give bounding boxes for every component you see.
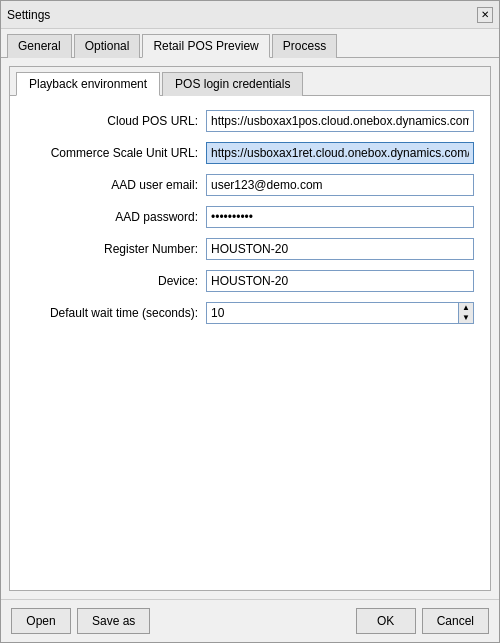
- open-button[interactable]: Open: [11, 608, 71, 634]
- title-bar: Settings ✕: [1, 1, 499, 29]
- tab-general[interactable]: General: [7, 34, 72, 58]
- tab-pos-login-credentials[interactable]: POS login credentials: [162, 72, 303, 96]
- tab-optional[interactable]: Optional: [74, 34, 141, 58]
- close-button[interactable]: ✕: [477, 7, 493, 23]
- register-number-row: Register Number:: [26, 238, 474, 260]
- spinner-down-button[interactable]: ▼: [459, 313, 473, 323]
- commerce-scale-unit-url-label: Commerce Scale Unit URL:: [26, 146, 206, 160]
- footer: Open Save as OK Cancel: [1, 599, 499, 642]
- footer-left: Open Save as: [11, 608, 150, 634]
- settings-window: Settings ✕ General Optional Retail POS P…: [0, 0, 500, 643]
- aad-user-email-label: AAD user email:: [26, 178, 206, 192]
- tab-retail-pos-preview[interactable]: Retail POS Preview: [142, 34, 269, 58]
- spinner-buttons: ▲ ▼: [458, 302, 474, 324]
- commerce-scale-unit-url-input[interactable]: [206, 142, 474, 164]
- commerce-scale-unit-url-row: Commerce Scale Unit URL:: [26, 142, 474, 164]
- aad-password-input[interactable]: [206, 206, 474, 228]
- device-row: Device:: [26, 270, 474, 292]
- device-input[interactable]: [206, 270, 474, 292]
- default-wait-time-label: Default wait time (seconds):: [26, 306, 206, 320]
- register-number-input[interactable]: [206, 238, 474, 260]
- ok-button[interactable]: OK: [356, 608, 416, 634]
- spinner-wrapper: ▲ ▼: [206, 302, 474, 324]
- device-label: Device:: [26, 274, 206, 288]
- tab-playback-environment[interactable]: Playback environment: [16, 72, 160, 96]
- inner-tab-container: Playback environment POS login credentia…: [9, 66, 491, 591]
- register-number-label: Register Number:: [26, 242, 206, 256]
- aad-password-row: AAD password:: [26, 206, 474, 228]
- form-area: Cloud POS URL: Commerce Scale Unit URL: …: [10, 96, 490, 590]
- top-tab-bar: General Optional Retail POS Preview Proc…: [1, 29, 499, 58]
- aad-user-email-row: AAD user email:: [26, 174, 474, 196]
- tab-process[interactable]: Process: [272, 34, 337, 58]
- window-title: Settings: [7, 8, 50, 22]
- content-area: Playback environment POS login credentia…: [1, 58, 499, 599]
- cloud-pos-url-row: Cloud POS URL:: [26, 110, 474, 132]
- cancel-button[interactable]: Cancel: [422, 608, 489, 634]
- default-wait-time-row: Default wait time (seconds): ▲ ▼: [26, 302, 474, 324]
- spinner-up-button[interactable]: ▲: [459, 303, 473, 313]
- default-wait-time-input[interactable]: [206, 302, 458, 324]
- footer-right: OK Cancel: [356, 608, 489, 634]
- save-as-button[interactable]: Save as: [77, 608, 150, 634]
- aad-user-email-input[interactable]: [206, 174, 474, 196]
- cloud-pos-url-label: Cloud POS URL:: [26, 114, 206, 128]
- inner-tab-bar: Playback environment POS login credentia…: [10, 67, 490, 96]
- cloud-pos-url-input[interactable]: [206, 110, 474, 132]
- aad-password-label: AAD password:: [26, 210, 206, 224]
